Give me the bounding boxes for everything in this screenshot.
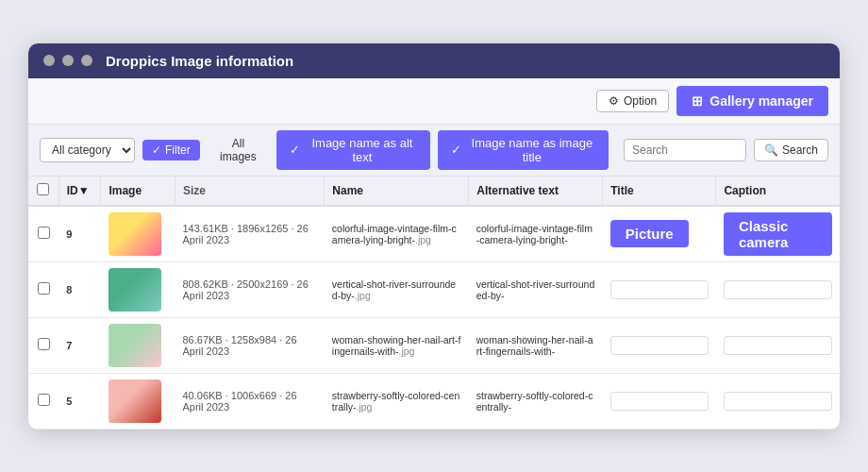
cell-caption [716,317,840,373]
title-input[interactable] [610,392,709,411]
checkmark-alt-icon: ✓ [290,143,300,157]
app-title: Droppics Image information [106,53,293,69]
cell-alt: strawberry-softly-colored-centrally- [469,373,603,429]
title-input[interactable] [610,336,709,355]
image-table: ID▼ Image Size Name Alternative text Tit… [28,177,840,430]
cell-title [603,261,716,317]
all-images-button[interactable]: All images [208,133,269,167]
checkmark-title-icon: ✓ [451,143,461,157]
cell-size: 86.67KB · 1258x984 · 26 April 2023 [175,317,325,373]
title-input[interactable] [610,280,709,299]
cell-image [101,261,175,317]
cell-title [603,317,716,373]
cell-id: 7 [58,317,101,373]
image-title-toggle[interactable]: ✓ Image name as image title [438,130,609,170]
gear-icon: ⚙ [609,94,619,108]
dot-1 [43,55,55,66]
cell-caption [716,373,840,429]
cell-image [101,373,175,429]
caption-badge: Classic camera [724,212,832,256]
cell-name: woman-showing-her-nail-art-fingernails-w… [325,317,469,373]
search-icon: 🔍 [764,143,778,157]
image-table-container: ID▼ Image Size Name Alternative text Tit… [28,177,840,430]
dot-3 [81,55,92,66]
cell-image [101,206,175,262]
header-size: Size [175,177,325,206]
caption-input[interactable] [724,392,832,411]
search-button[interactable]: 🔍 Search [754,139,828,161]
cell-name: vertical-shot-river-surrounded-by-.jpg [325,261,469,317]
alt-text-toggle[interactable]: ✓ Image name as alt text [276,130,430,170]
row-checkbox[interactable] [38,227,50,239]
cell-id: 8 [58,261,101,317]
row-checkbox[interactable] [38,338,50,350]
gallery-manager-button[interactable]: ⊞ Gallery manager [676,86,828,116]
table-header-row: ID▼ Image Size Name Alternative text Tit… [28,177,840,206]
cell-name: strawberry-softly-colored-centrally-.jpg [325,373,469,429]
header-image: Image [101,177,175,206]
title-bar: Droppics Image information [28,43,840,78]
table-row: 786.67KB · 1258x984 · 26 April 2023woman… [28,317,840,373]
caption-input[interactable] [724,280,832,299]
cell-title [603,373,716,429]
cell-caption: Classic camera [716,206,840,262]
table-row: 8808.62KB · 2500x2169 · 26 April 2023ver… [28,261,840,317]
cell-alt: colorful-image-vintage-film-camera-lying… [469,206,603,262]
cell-title: Picture [603,206,716,262]
option-button[interactable]: ⚙ Option [596,90,669,112]
cell-size: 808.62KB · 2500x2169 · 26 April 2023 [175,261,325,317]
caption-input[interactable] [724,336,832,355]
filter-row: All category ✓ Filter All images ✓ Image… [28,125,840,177]
header-alt: Alternative text [469,177,603,206]
dot-2 [62,55,74,66]
cell-caption [716,261,840,317]
grid-icon: ⊞ [692,93,703,109]
check-icon: ✓ [152,143,161,157]
main-window: Droppics Image information ⚙ Option ⊞ Ga… [28,43,840,430]
cell-size: 40.06KB · 1006x669 · 26 April 2023 [175,373,325,429]
header-title: Title [603,177,716,206]
table-row: 9143.61KB · 1896x1265 · 26 April 2023col… [28,206,840,262]
search-input[interactable] [624,139,746,161]
row-checkbox[interactable] [38,282,50,295]
filter-button[interactable]: ✓ Filter [142,140,200,160]
cell-size: 143.61KB · 1896x1265 · 26 April 2023 [175,206,325,262]
table-row: 540.06KB · 1006x669 · 26 April 2023straw… [28,373,840,429]
cell-alt: vertical-shot-river-surrounded-by- [469,261,603,317]
cell-id: 5 [58,373,101,429]
title-badge: Picture [610,220,689,247]
row-checkbox[interactable] [38,394,50,406]
cell-image [101,317,175,373]
cell-id: 9 [58,206,101,262]
header-id[interactable]: ID▼ [58,177,101,206]
header-caption: Caption [716,177,840,206]
header-checkbox[interactable] [28,177,58,206]
category-select[interactable]: All category [40,138,135,162]
top-row: ⚙ Option ⊞ Gallery manager [28,78,840,125]
cell-alt: woman-showing-her-nail-art-fingernails-w… [469,317,603,373]
cell-name: colorful-image-vintage-film-camera-lying… [325,206,469,262]
select-all-checkbox[interactable] [37,183,49,195]
header-name: Name [325,177,469,206]
